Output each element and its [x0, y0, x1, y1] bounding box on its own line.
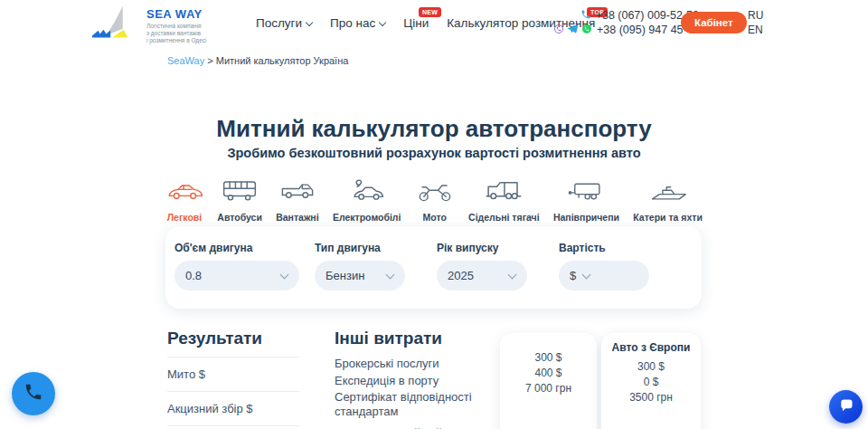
- divider: [167, 425, 299, 426]
- main-nav: Послуги Про нас Ціни NEW Калькулятор роз…: [256, 0, 595, 45]
- cabinet-button[interactable]: Кабінет: [681, 12, 747, 33]
- price-card-title: Авто з Європи: [601, 341, 701, 354]
- nav-item-prices[interactable]: Ціни NEW: [403, 16, 429, 30]
- chevron-down-icon: [582, 270, 591, 279]
- other-costs-title: Інші витрати: [335, 329, 502, 348]
- tab-cars[interactable]: Легкові: [165, 177, 203, 223]
- year-select[interactable]: 2025: [437, 261, 527, 291]
- tab-label: Вантажні: [276, 212, 318, 223]
- tab-buses[interactable]: Автобуси: [217, 177, 262, 223]
- calculator-form-card: Об'єм двигуна 0.8 Тип двигуна Бензин Рік…: [165, 226, 702, 309]
- tab-label: Напівпричепи: [553, 212, 619, 223]
- call-fab-button[interactable]: [12, 372, 55, 415]
- lang-en[interactable]: EN: [748, 23, 763, 37]
- header-contacts: +38 (067) 009-52-52 +38 (095) 947 45 41: [553, 8, 699, 37]
- nav-label: Ціни: [403, 16, 429, 30]
- tab-label: Катери та яхти: [633, 212, 703, 223]
- motorcycle-icon: [415, 177, 455, 205]
- cost-label: Вартість: [559, 242, 649, 254]
- new-badge: NEW: [419, 7, 441, 17]
- trailer-icon: [566, 177, 606, 205]
- breadcrumb-separator: >: [204, 55, 216, 66]
- engine-volume-label: Об'єм двигуна: [175, 242, 299, 254]
- price-card-europe: Авто з Європи 300 $ 0 $ 3500 грн: [601, 333, 701, 429]
- breadcrumb: SeaWay > Митний калькулятор Україна: [167, 55, 348, 66]
- car-icon: [165, 177, 203, 205]
- tab-trucks[interactable]: Вантажні: [276, 177, 318, 223]
- viber-icon[interactable]: [553, 24, 564, 37]
- nav-label: Про нас: [330, 16, 375, 30]
- select-value: 0.8: [185, 269, 202, 282]
- phone-icon: [580, 9, 591, 23]
- other-cost-item: Сертифікат відповідності стандартам: [335, 390, 502, 418]
- nav-label: Послуги: [256, 16, 302, 30]
- language-switcher: RU EN: [748, 8, 763, 37]
- select-value: $: [570, 269, 576, 282]
- whatsapp-icon[interactable]: [581, 24, 592, 37]
- telegram-icon[interactable]: [567, 23, 579, 37]
- engine-volume-select[interactable]: 0.8: [175, 261, 299, 291]
- tab-boats-yachts[interactable]: Катери та яхти: [633, 177, 703, 223]
- nav-item-services[interactable]: Послуги: [256, 16, 312, 30]
- page-title: Митний калькулятор автотранспорту: [0, 115, 868, 143]
- phone-icon: [24, 382, 43, 405]
- cost-currency-select[interactable]: $: [559, 261, 649, 291]
- price-value: 0 $: [601, 375, 701, 390]
- breadcrumb-home-link[interactable]: SeaWay: [167, 55, 204, 66]
- yacht-icon: [648, 177, 688, 205]
- chevron-down-icon: [508, 271, 517, 280]
- chevron-down-icon: [379, 18, 386, 25]
- other-cost-item: Брокерські послуги: [335, 357, 502, 371]
- other-cost-item: Експедиція в порту: [335, 374, 502, 388]
- price-value: 7 000 грн: [500, 381, 597, 396]
- lang-ru[interactable]: RU: [748, 8, 763, 23]
- price-value: 400 $: [500, 366, 597, 381]
- result-row-excise: Акцизний збір $: [167, 391, 299, 425]
- price-value: 300 $: [500, 350, 597, 366]
- tab-semi-trailers[interactable]: Напівпричепи: [553, 177, 619, 223]
- price-card-generic: 300 $ 400 $ 7 000 грн: [500, 333, 597, 429]
- nav-item-about[interactable]: Про нас: [330, 16, 385, 30]
- results-title: Результати: [167, 329, 299, 348]
- tab-label: Легкові: [167, 212, 202, 223]
- engine-type-select[interactable]: Бензин: [315, 261, 405, 291]
- chevron-down-icon: [386, 271, 395, 280]
- select-value: 2025: [448, 269, 474, 282]
- results-section: Результати Мито $ Акцизний збір $: [167, 329, 299, 426]
- result-row-duty: Мито $: [167, 357, 299, 391]
- other-costs-section: Інші витрати Брокерські послуги Експедиц…: [335, 329, 502, 429]
- page-subtitle: Зробимо безкоштовний розрахунок вартості…: [0, 146, 868, 160]
- vehicle-type-tabs: Легкові Автобуси Вантажні: [165, 177, 703, 223]
- tab-semi-tractors[interactable]: Сідельні тягачі: [468, 177, 540, 223]
- truck-icon: [278, 177, 316, 205]
- chat-bubble-icon: [838, 397, 854, 417]
- engine-type-label: Тип двигуна: [315, 242, 405, 254]
- tab-electric-cars[interactable]: Електромобілі: [333, 177, 401, 223]
- chevron-down-icon: [306, 18, 313, 25]
- bus-icon: [221, 177, 259, 205]
- price-value: 300 $: [601, 359, 701, 375]
- brand-logo[interactable]: SEA WAY Логістична компанія з доставки в…: [90, 4, 206, 47]
- semi-tractor-icon: [484, 177, 524, 205]
- chat-fab-button[interactable]: [829, 390, 863, 424]
- price-value: 3500 грн: [601, 390, 701, 405]
- breadcrumb-current: Митний калькулятор Україна: [216, 55, 349, 66]
- tab-label: Сідельні тягачі: [468, 212, 540, 223]
- tab-label: Мото: [423, 212, 447, 223]
- header: SEA WAY Логістична компанія з доставки в…: [0, 0, 868, 47]
- sailboat-logo-icon: [90, 4, 141, 47]
- year-label: Рік випуску: [437, 242, 527, 254]
- chevron-down-icon: [280, 271, 289, 280]
- electric-car-icon: [348, 177, 386, 205]
- tab-moto[interactable]: Мото: [415, 177, 455, 223]
- tab-label: Електромобілі: [333, 212, 401, 223]
- brand-tagline: Логістична компанія з доставки вантажів …: [146, 23, 206, 44]
- select-value: Бензин: [326, 269, 364, 282]
- brand-name: SEA WAY: [146, 7, 206, 21]
- tab-label: Автобуси: [217, 212, 262, 223]
